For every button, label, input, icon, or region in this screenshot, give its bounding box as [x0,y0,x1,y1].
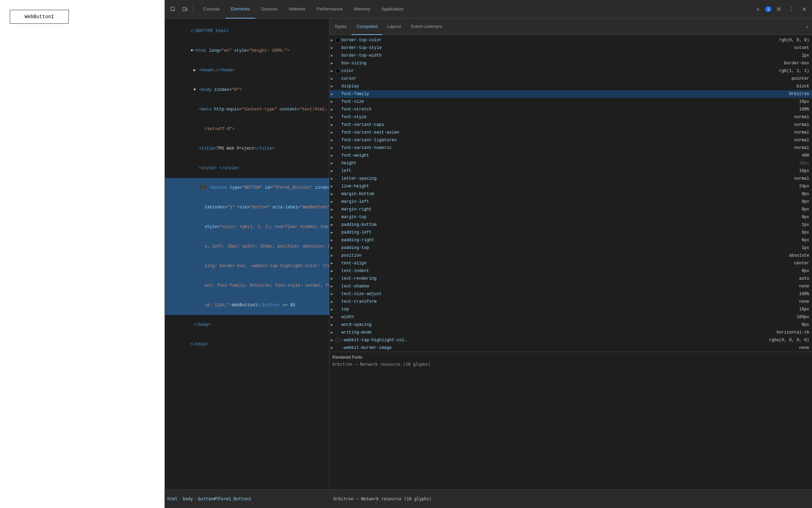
tab-layout[interactable]: Layout [382,19,406,35]
css-prop-row[interactable]: ▶font-variant-capsnormal [329,121,812,129]
css-prop-row[interactable]: ▶text-renderingauto [329,275,812,282]
tab-styles[interactable]: Styles [329,19,351,35]
css-prop-row[interactable]: ▶font-stretch100% [329,106,812,113]
css-prop-row[interactable]: ▶text-indent0px [329,267,812,275]
css-prop-row[interactable]: ▶height30px [329,159,812,167]
close-devtools-button[interactable]: ✕ [799,4,809,14]
css-prop-row[interactable]: ▶displayblock [329,83,812,90]
css-prop-row[interactable]: ▶text-size-adjust100% [329,290,812,298]
css-prop-row[interactable]: ▶text-aligncenter [329,259,812,267]
prop-name: height [341,161,799,166]
tab-computed[interactable]: Computed [351,19,382,35]
expand-arrow-icon: ▶ [331,269,336,273]
expand-arrow-icon: ▶ [331,138,336,142]
expand-arrow-icon: ▶ [331,46,336,50]
css-prop-row[interactable]: ▶padding-right6px [329,236,812,244]
prop-name: text-transform [341,299,799,304]
device-toggle-button[interactable] [180,4,190,14]
prop-value: 16px [799,307,809,312]
expand-arrow-icon: ▶ [331,200,336,204]
css-prop-row[interactable]: ▶width169px [329,313,812,321]
css-prop-row[interactable]: ▶border-top-colorrgb(0, 0, 0) [329,36,812,44]
html-line: ▶ <head>…</head> [165,60,329,80]
css-prop-row[interactable]: ▶cursorpointer [329,75,812,83]
tab-network[interactable]: Network [283,0,311,19]
css-prop-row[interactable]: ▶colorrgb(1, 1, 1) [329,67,812,75]
prop-name: margin-bottom [341,192,802,196]
prop-value: 6px [802,230,809,235]
tab-elements[interactable]: Elements [225,0,255,19]
breadcrumb-button[interactable]: button#TForm1_Button1 [198,496,251,501]
expand-arrow-icon: ▶ [331,130,336,135]
prop-value: rgb(0, 0, 0) [779,38,809,43]
css-prop-row[interactable]: ▶font-variant-east-asiannormal [329,129,812,136]
tab-event-listeners[interactable]: Event Listeners [406,19,447,35]
rendered-fonts-title: Rendered Fonts [332,355,809,360]
breadcrumb-html[interactable]: html [167,496,177,501]
css-prop-row[interactable]: ▶-webkit-border-imagenone [329,344,812,352]
prop-value: 0px [802,215,809,220]
computed-panel[interactable]: ▶border-top-colorrgb(0, 0, 0)▶border-top… [329,35,812,508]
more-styles-tabs[interactable]: » [803,19,812,35]
svg-point-5 [778,8,780,10]
css-prop-row[interactable]: ▶border-top-width2px [329,52,812,59]
css-prop-row[interactable]: ▶font-stylenormal [329,113,812,121]
expand-arrow-icon: ▶ [331,192,336,196]
prop-value: 0px [802,207,809,212]
css-prop-row[interactable]: ▶word-spacing0px [329,321,812,329]
inspect-element-button[interactable] [168,4,178,14]
tab-application[interactable]: Application [376,0,409,19]
css-prop-row[interactable]: ▶padding-bottom1px [329,221,812,229]
css-prop-row[interactable]: ▶text-transformnone [329,298,812,306]
prop-name: display [341,84,797,89]
tab-performance[interactable]: Performance [311,0,348,19]
css-prop-row[interactable]: ▶-webkit-tap-highlight-col…rgba(0, 0, 0,… [329,336,812,344]
prop-name: text-indent [341,269,802,273]
color-swatch[interactable] [336,69,340,73]
css-prop-row[interactable]: ▶margin-right0px [329,206,812,213]
css-prop-row[interactable]: ▶top16px [329,306,812,313]
prop-name: padding-right [341,238,802,243]
css-prop-row[interactable]: ▶writing-modehorizontal-tb [329,329,812,336]
more-tabs-button[interactable]: » [753,4,763,14]
css-prop-row[interactable]: ▶box-sizingborder-box [329,59,812,67]
preview-button[interactable]: WebButton1 [10,10,69,24]
css-prop-row[interactable]: ▶left16px [329,167,812,175]
prop-name: font-weight [341,153,802,158]
prop-value: 6px [802,238,809,243]
css-prop-row[interactable]: ▶margin-top0px [329,213,812,221]
prop-value: normal [794,115,809,120]
expand-arrow-icon: ▶ [331,169,336,173]
css-prop-row[interactable]: ▶border-top-styleoutset [329,44,812,52]
elements-panel[interactable]: <!DOCTYPE html> ▼<html lang="en" style="… [165,19,329,508]
devtools-main: <!DOCTYPE html> ▼<html lang="en" style="… [165,19,812,508]
color-swatch[interactable] [336,338,340,342]
css-prop-row[interactable]: ▶padding-top1px [329,244,812,252]
more-options-button[interactable]: ⋮ [786,4,797,14]
css-prop-row[interactable]: ▶font-weight400 [329,152,812,159]
color-swatch[interactable] [336,38,340,42]
css-prop-row[interactable]: ▶font-variant-numericnormal [329,144,812,152]
css-prop-row[interactable]: ▶font-variant-ligaturesnormal [329,136,812,144]
tab-sources[interactable]: Sources [255,0,283,19]
prop-value: rgb(1, 1, 1) [779,69,809,73]
expand-arrow-icon: ▶ [331,146,336,150]
css-prop-row[interactable]: ▶text-shadownone [329,282,812,290]
tab-console[interactable]: Console [197,0,225,19]
css-prop-row[interactable]: ▶font-familyOrbitron [329,90,812,98]
prop-name: border-top-style [341,45,794,50]
css-prop-row[interactable]: ▶margin-bottom0px [329,190,812,198]
css-prop-row[interactable]: ▶font-size16px [329,98,812,106]
css-prop-row[interactable]: ▶line-height24px [329,183,812,190]
settings-button[interactable] [774,4,784,14]
prop-name: cursor [341,76,792,81]
prop-name: color [341,69,779,73]
css-prop-row[interactable]: ▶letter-spacingnormal [329,175,812,183]
css-prop-row[interactable]: ▶positionabsolute [329,252,812,259]
tab-memory[interactable]: Memory [348,0,376,19]
expand-arrow-icon: ▶ [331,161,336,165]
expand-button[interactable]: … [200,185,206,189]
css-prop-row[interactable]: ▶margin-left0px [329,198,812,206]
breadcrumb-body[interactable]: body [183,496,193,501]
css-prop-row[interactable]: ▶padding-left6px [329,229,812,236]
